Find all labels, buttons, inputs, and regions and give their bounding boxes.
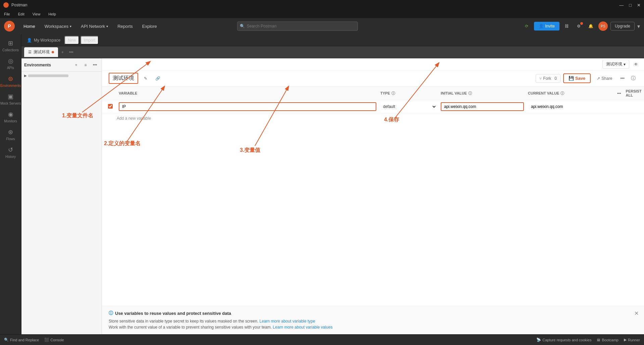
avatar-icon-btn[interactable]: PS	[598, 21, 608, 31]
link-icon-env[interactable]: 🔗	[153, 74, 162, 83]
find-replace-btn[interactable]: 🔍 Find and Replace	[4, 338, 39, 342]
upgrade-chevron-icon[interactable]: ▾	[637, 23, 640, 30]
current-value-info-icon[interactable]: ⓘ	[560, 91, 564, 96]
variable-type-select[interactable]: default secret	[380, 103, 437, 111]
row-current-value-cell	[526, 101, 613, 113]
panel-more-btn[interactable]: •••	[91, 61, 99, 69]
collections-icon: ⊞	[8, 40, 13, 47]
menu-view[interactable]: View	[31, 11, 42, 17]
initial-value-info-icon[interactable]: ⓘ	[468, 91, 472, 96]
statusbar: 🔍 Find and Replace ⬛ Console 📡 Capture r…	[0, 334, 644, 345]
workspace-name: My Workspace	[34, 38, 60, 43]
env-editor-header: 测试环境 ✎ 🔗 ⑂ Fork 0 💾	[102, 70, 644, 87]
env-editor: 测试环境 ▾ 👁 测试环境 ✎ 🔗 ⑂	[102, 58, 644, 334]
console-btn[interactable]: ⬛ Console	[44, 338, 64, 342]
info-icon-btn[interactable]: ⓘ	[629, 74, 637, 82]
content-split: Environments + ≡ ••• ▶	[21, 58, 644, 334]
menubar: File Edit View Help	[0, 10, 644, 18]
eye-icon-btn[interactable]: 👁	[631, 60, 641, 69]
tab-add-button[interactable]: +	[59, 49, 66, 56]
api-network-chevron-icon: ▾	[106, 24, 108, 28]
environment-selector[interactable]: 测试环境 ▾	[602, 60, 629, 69]
new-button[interactable]: New	[64, 36, 79, 45]
collection-list-item[interactable]: ▶	[21, 72, 102, 79]
variable-name-input[interactable]	[119, 102, 376, 111]
flows-icon: ⊛	[8, 128, 13, 136]
row-enabled-checkbox[interactable]	[108, 104, 113, 109]
bootcamp-icon: 🏛	[597, 338, 600, 342]
sidebar-item-monitors[interactable]: ◉ Monitors	[0, 108, 21, 126]
workspace-label[interactable]: 👤 My Workspace	[24, 37, 63, 44]
edit-icon-btn[interactable]: ✎	[141, 74, 150, 83]
initial-value-input[interactable]	[441, 102, 524, 111]
status-right: 📡 Capture requests and cookies 🏛 Bootcam…	[536, 338, 640, 342]
topnav: P Home Workspaces ▾ API Network ▾ Report…	[0, 18, 644, 34]
info-banner-title: ⓘ Use variables to reuse values and prot…	[109, 310, 637, 316]
menu-help[interactable]: Help	[47, 11, 57, 17]
import-button[interactable]: Import	[80, 36, 99, 45]
current-value-input[interactable]	[528, 103, 611, 111]
environments-icon: ⊜	[8, 75, 13, 82]
upgrade-button[interactable]: Upgrade	[610, 22, 635, 31]
sidebar-item-flows[interactable]: ⊛ Flows	[0, 126, 21, 143]
th-variable: VARIABLE	[117, 87, 378, 100]
sidebar-item-apis[interactable]: ◎ APIs	[0, 55, 21, 72]
runner-icon: ▶	[624, 338, 627, 342]
env-title[interactable]: 测试环境	[109, 73, 138, 84]
save-label: Save	[575, 76, 585, 81]
sidebar-item-collections[interactable]: ⊞ Collections	[0, 37, 21, 55]
nav-api-network[interactable]: API Network ▾	[77, 22, 111, 31]
nav-explore[interactable]: Explore	[139, 22, 160, 31]
capture-btn[interactable]: 📡 Capture requests and cookies	[536, 338, 591, 342]
menu-file[interactable]: File	[3, 11, 11, 17]
more-actions-button[interactable]: •••	[618, 74, 627, 82]
mock-servers-icon: ▣	[8, 93, 13, 100]
settings-icon-btn[interactable]: ⚙	[574, 21, 584, 31]
env-header-actions: ⑂ Fork 0 💾 Save ↗ Share	[536, 73, 637, 83]
table-more-btn[interactable]: •••	[615, 90, 623, 97]
add-environment-button[interactable]: +	[72, 61, 80, 69]
share-button[interactable]: ↗ Share	[593, 74, 615, 82]
sidebar-label-environments: Environments	[0, 84, 21, 88]
fork-button[interactable]: ⑂ Fork 0	[536, 74, 560, 83]
add-variable-button[interactable]: Add a new variable	[117, 116, 151, 121]
bootcamp-btn[interactable]: 🏛 Bootcamp	[597, 338, 619, 342]
info-banner: ⓘ Use variables to reuse values and prot…	[102, 306, 644, 334]
info-banner-close[interactable]: ✕	[634, 310, 639, 317]
tab-env-icon: ☰	[28, 50, 32, 54]
filter-icon-btn[interactable]: ≡	[82, 61, 90, 69]
info-link-2[interactable]: Learn more about variable values	[273, 325, 332, 330]
sidebar-item-mock-servers[interactable]: ▣ Mock Servers	[0, 90, 21, 108]
capture-icon: 📡	[536, 338, 541, 342]
sync-icon-btn[interactable]: ⟳	[522, 21, 531, 31]
collection-name-bar	[28, 74, 68, 77]
save-icon: 💾	[569, 76, 574, 81]
persist-all-btn[interactable]: Persist All	[626, 89, 642, 97]
runner-btn[interactable]: ▶ Runner	[624, 338, 640, 342]
sidebar-label-flows: Flows	[6, 137, 15, 141]
close-btn[interactable]: ✕	[637, 3, 641, 8]
nav-reports[interactable]: Reports	[114, 22, 136, 31]
nav-workspaces[interactable]: Workspaces ▾	[41, 22, 75, 31]
bell-icon-btn[interactable]: 🔔	[586, 21, 596, 31]
sidebar: ⊞ Collections ◎ APIs ⊜ Environments ▣ Mo…	[0, 34, 21, 334]
type-info-icon[interactable]: ⓘ	[391, 91, 395, 96]
nav-home[interactable]: Home	[20, 22, 39, 31]
main-layout: ⊞ Collections ◎ APIs ⊜ Environments ▣ Mo…	[0, 34, 644, 334]
tab-more-button[interactable]: •••	[67, 49, 75, 56]
find-replace-icon: 🔍	[4, 338, 9, 342]
sidebar-item-environments[interactable]: ⊜ Environments	[0, 72, 21, 90]
menu-edit[interactable]: Edit	[17, 11, 26, 17]
sidebar-item-history[interactable]: ↺ History	[0, 143, 21, 161]
search-input[interactable]	[237, 21, 358, 31]
table-row: default secret	[102, 100, 644, 113]
search-icon: 🔍	[240, 24, 245, 28]
maximize-btn[interactable]: □	[629, 3, 632, 8]
th-type: TYPE ⓘ	[378, 87, 439, 100]
info-link-1[interactable]: Learn more about variable type	[260, 319, 315, 324]
link-icon-btn[interactable]: ⛓	[562, 21, 572, 31]
minimize-btn[interactable]: —	[619, 3, 624, 8]
tab-test-env[interactable]: ☰ 测试环境	[24, 47, 58, 57]
invite-button[interactable]: 👤 Invite	[534, 22, 559, 31]
save-button[interactable]: 💾 Save	[563, 73, 591, 83]
